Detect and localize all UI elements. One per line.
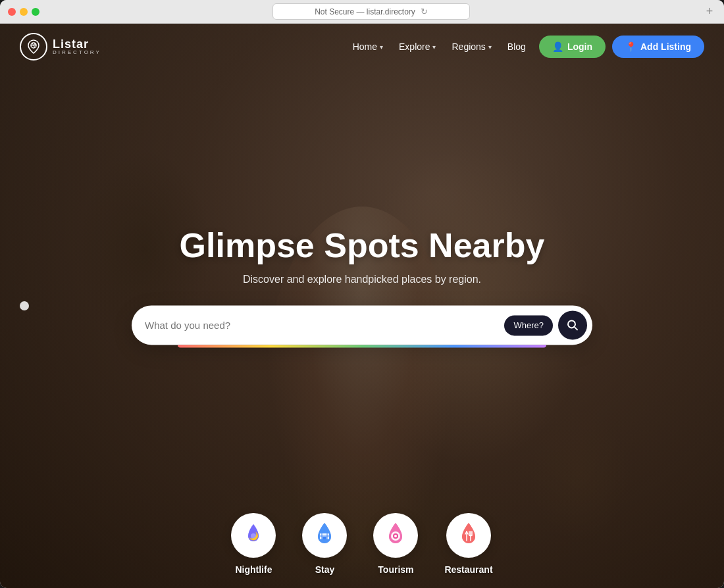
nav-item-regions[interactable]: Regions ▾ (452, 41, 491, 52)
tourism-icon-wrap (373, 513, 418, 558)
url-bar-container: Not Secure — listar.directory ↻ (45, 3, 698, 20)
login-button[interactable]: 👤 Login (539, 36, 606, 58)
category-tourism[interactable]: Tourism (373, 513, 418, 575)
nav-item-blog[interactable]: Blog (507, 41, 526, 52)
svg-point-9 (394, 535, 397, 537)
logo-sub-text: DIRECTORY (53, 50, 101, 55)
title-bar: Not Secure — listar.directory ↻ + (0, 0, 724, 24)
hero-content: Glimpse Spots Nearby Discover and explor… (132, 227, 592, 345)
svg-rect-6 (323, 537, 326, 539)
maximize-button[interactable] (32, 8, 39, 16)
nightlife-icon-wrap: 🌙 (231, 513, 276, 558)
nav-link-explore[interactable]: Explore ▾ (399, 41, 436, 52)
hero-title: Glimpse Spots Nearby (132, 227, 592, 264)
svg-point-1 (34, 43, 36, 45)
chevron-down-icon: ▾ (380, 43, 383, 51)
minimize-button[interactable] (20, 8, 28, 16)
nightlife-label: Nightlife (235, 564, 272, 575)
url-text: Not Secure — listar.directory (315, 7, 415, 16)
logo-text: Listar DIRECTORY (53, 38, 101, 55)
chevron-down-icon: ▾ (432, 43, 436, 51)
nav-link-regions[interactable]: Regions ▾ (452, 41, 491, 52)
stay-label: Stay (315, 564, 335, 575)
slider-indicator[interactable] (20, 301, 29, 310)
logo[interactable]: Listar DIRECTORY (20, 33, 101, 61)
search-input[interactable] (145, 320, 504, 331)
nav-home-label: Home (353, 41, 377, 52)
url-bar[interactable]: Not Secure — listar.directory ↻ (272, 3, 470, 20)
nav-explore-label: Explore (399, 41, 430, 52)
restaurant-icon (457, 522, 480, 549)
where-badge[interactable]: Where? (504, 315, 553, 335)
nav-links: Home ▾ Explore ▾ Regions ▾ (353, 41, 526, 52)
stay-icon-wrap (302, 513, 347, 558)
logo-icon (20, 33, 47, 61)
browser-window: Not Secure — listar.directory ↻ + (0, 0, 724, 588)
plus-location-icon: 📍 (625, 41, 636, 52)
close-button[interactable] (8, 8, 16, 16)
new-tab-button[interactable]: + (703, 5, 716, 18)
chevron-down-icon: ▾ (488, 43, 492, 51)
search-icon (567, 320, 579, 331)
category-restaurant[interactable]: Restaurant (444, 513, 492, 575)
nav-item-explore[interactable]: Explore ▾ (399, 41, 436, 52)
hero-subtitle: Discover and explore handpicked places b… (132, 274, 592, 286)
restaurant-icon-wrap (446, 513, 491, 558)
slider-dot (20, 301, 29, 310)
restaurant-label: Restaurant (444, 564, 492, 575)
tourism-icon (384, 522, 407, 549)
nav-link-home[interactable]: Home ▾ (353, 41, 383, 52)
person-icon: 👤 (552, 41, 563, 52)
search-bar: Where? (132, 306, 592, 345)
logo-svg (26, 39, 41, 55)
login-label: Login (567, 41, 592, 52)
nightlife-icon: 🌙 (242, 522, 265, 549)
add-listing-button[interactable]: 📍 Add Listing (612, 36, 704, 58)
logo-main-text: Listar (53, 38, 101, 50)
stay-icon (313, 522, 336, 549)
nav-item-home[interactable]: Home ▾ (353, 41, 383, 52)
traffic-lights (8, 8, 39, 16)
nav-link-blog[interactable]: Blog (507, 41, 526, 52)
category-nightlife[interactable]: 🌙 Nightlife (231, 513, 276, 575)
navbar: Listar DIRECTORY Home ▾ Explore ▾ (0, 24, 724, 70)
search-button[interactable] (558, 311, 587, 340)
category-stay[interactable]: Stay (302, 513, 347, 575)
refresh-icon[interactable]: ↻ (421, 7, 428, 16)
categories-row: 🌙 Nightlife (0, 513, 724, 588)
tourism-label: Tourism (378, 564, 413, 575)
nav-blog-label: Blog (507, 41, 526, 52)
add-listing-label: Add Listing (640, 41, 691, 52)
svg-text:🌙: 🌙 (249, 531, 259, 541)
nav-regions-label: Regions (452, 41, 485, 52)
browser-content: Listar DIRECTORY Home ▾ Explore ▾ (0, 24, 724, 588)
